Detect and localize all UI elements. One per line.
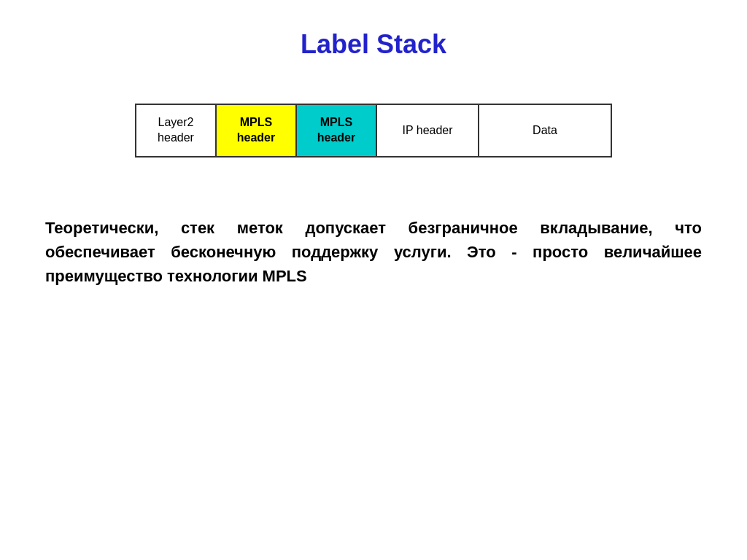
cell-layer2: Layer2header <box>136 105 217 156</box>
cell-mpls2: MPLSheader <box>297 105 377 156</box>
cell-layer2-label: Layer2header <box>158 115 194 146</box>
cell-mpls2-label: MPLSheader <box>317 115 355 146</box>
cell-data: Data <box>479 105 611 156</box>
cell-mpls1: MPLSheader <box>217 105 297 156</box>
packet-diagram: Layer2header MPLSheader MPLSheader IP he… <box>135 104 612 158</box>
page-container: Label Stack Layer2header MPLSheader MPLS… <box>0 0 747 560</box>
diagram-container: Layer2header MPLSheader MPLSheader IP he… <box>44 104 703 158</box>
description-text: Теоретически, стек меток допускает безгр… <box>45 216 702 288</box>
cell-mpls1-label: MPLSheader <box>237 115 275 146</box>
cell-ip-label: IP header <box>402 123 452 139</box>
cell-data-label: Data <box>533 123 557 139</box>
description-container: Теоретически, стек меток допускает безгр… <box>45 216 702 288</box>
cell-ip: IP header <box>377 105 479 156</box>
page-title: Label Stack <box>301 29 446 60</box>
